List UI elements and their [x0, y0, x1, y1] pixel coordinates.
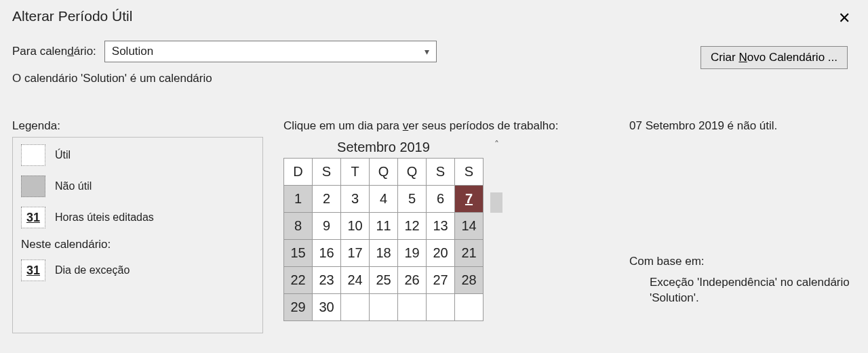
calendar-day: [455, 294, 484, 321]
calendar-week-row: 15161718192021: [284, 240, 484, 267]
calendar-week-row: 22232425262728: [284, 267, 484, 294]
calendar-day[interactable]: 7: [455, 186, 484, 213]
legend-label-exception: Dia de exceção: [55, 264, 130, 276]
legend-subtitle: Neste calendário:: [21, 238, 254, 251]
legend-label-edited: Horas úteis editadas: [55, 211, 154, 224]
calendar-weekday: Q: [398, 159, 427, 186]
legend-item-working: Útil: [21, 144, 254, 166]
calendar-day: [427, 294, 455, 321]
swatch-working: [21, 144, 45, 166]
calendar-day[interactable]: 23: [313, 267, 341, 294]
calendar-day[interactable]: 28: [455, 267, 484, 294]
calendar-select[interactable]: Solution ▾: [104, 41, 437, 62]
calendar-day[interactable]: 8: [284, 213, 313, 240]
calendar-day[interactable]: 30: [313, 294, 341, 321]
calendar-day: [370, 294, 398, 321]
calendar-day[interactable]: 19: [398, 240, 427, 267]
calendar-instruction: Clique em um dia para ver seus períodos …: [283, 119, 609, 133]
calendar-day[interactable]: 27: [427, 267, 455, 294]
calendar-select-value: Solution: [112, 45, 425, 58]
calendar-day[interactable]: 25: [370, 267, 398, 294]
calendar-day[interactable]: 14: [455, 213, 484, 240]
legend-label-working: Útil: [55, 149, 71, 161]
calendar-day[interactable]: 13: [427, 213, 455, 240]
calendar-month-label: Setembro 2019: [283, 137, 484, 158]
calendar-day[interactable]: 21: [455, 240, 484, 267]
month-calendar[interactable]: Setembro 2019 DSTQQSS 123456789101112131…: [283, 137, 484, 321]
legend-box: Útil Não útil 31 Horas úteis editadas Ne…: [12, 137, 263, 333]
swatch-edited: 31: [21, 207, 45, 228]
selected-day-status: 07 Setembro 2019 é não útil.: [629, 119, 856, 133]
calendar-day[interactable]: 5: [398, 186, 427, 213]
chevron-up-icon: ˄: [494, 139, 499, 150]
close-icon: ✕: [838, 9, 850, 26]
calendar-day[interactable]: 2: [313, 186, 341, 213]
calendar-day[interactable]: 17: [341, 240, 370, 267]
calendar-day[interactable]: 16: [313, 240, 341, 267]
legend-title: Legenda:: [12, 119, 263, 133]
calendar-day[interactable]: 20: [427, 240, 455, 267]
calendar-week-row: 1234567: [284, 186, 484, 213]
calendar-day[interactable]: 1: [284, 186, 313, 213]
calendar-day[interactable]: 15: [284, 240, 313, 267]
calendar-day: [398, 294, 427, 321]
calendar-day[interactable]: 10: [341, 213, 370, 240]
calendar-day[interactable]: 26: [398, 267, 427, 294]
calendar-day: [341, 294, 370, 321]
based-on-label: Com base em:: [629, 255, 856, 268]
for-calendar-label: Para calendário:: [12, 45, 96, 58]
calendar-scroll-thumb[interactable]: [490, 192, 502, 213]
legend-item-edited: 31 Horas úteis editadas: [21, 207, 254, 228]
dialog-title: Alterar Período Útil: [12, 8, 132, 24]
calendar-week-row: 2930: [284, 294, 484, 321]
calendar-day[interactable]: 3: [341, 186, 370, 213]
calendar-day[interactable]: 24: [341, 267, 370, 294]
based-on-detail: Exceção 'Independência' no calendário 'S…: [650, 275, 856, 306]
legend-label-nonworking: Não útil: [55, 180, 92, 192]
calendar-day[interactable]: 4: [370, 186, 398, 213]
calendar-week-row: 891011121314: [284, 213, 484, 240]
calendar-weekday: S: [427, 159, 455, 186]
swatch-nonworking: [21, 175, 45, 197]
calendar-weekday: D: [284, 159, 313, 186]
legend-item-exception: 31 Dia de exceção: [21, 259, 254, 281]
calendar-day[interactable]: 18: [370, 240, 398, 267]
calendar-day[interactable]: 9: [313, 213, 341, 240]
close-button[interactable]: ✕: [833, 8, 856, 28]
calendar-weekday: T: [341, 159, 370, 186]
calendar-day[interactable]: 6: [427, 186, 455, 213]
swatch-exception: 31: [21, 259, 45, 281]
chevron-down-icon: ▾: [425, 46, 429, 57]
calendar-weekday: S: [313, 159, 341, 186]
calendar-day[interactable]: 29: [284, 294, 313, 321]
calendar-scroll-up-button[interactable]: ˄: [489, 137, 504, 152]
calendar-weekday: S: [455, 159, 484, 186]
legend-item-nonworking: Não útil: [21, 175, 254, 197]
calendar-weekday-row: DSTQQSS: [284, 159, 484, 186]
create-new-calendar-button[interactable]: Criar Novo Calendário ...: [701, 46, 848, 69]
calendar-description: O calendário 'Solution' é um calendário: [12, 72, 856, 85]
calendar-day[interactable]: 22: [284, 267, 313, 294]
calendar-weekday: Q: [370, 159, 398, 186]
calendar-day[interactable]: 12: [398, 213, 427, 240]
calendar-day[interactable]: 11: [370, 213, 398, 240]
